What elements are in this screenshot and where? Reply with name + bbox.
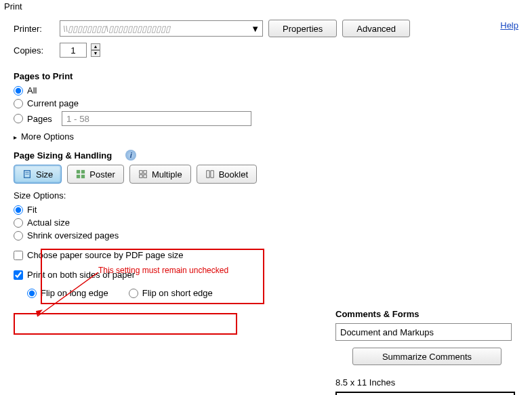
svg-rect-5 bbox=[140, 171, 142, 173]
comments-value: Document and Markups bbox=[340, 327, 434, 337]
poster-icon bbox=[76, 169, 85, 179]
flip-short-label: Flip on short edge bbox=[142, 288, 213, 298]
properties-button[interactable]: Properties bbox=[268, 20, 337, 37]
tab-poster[interactable]: Poster bbox=[67, 165, 124, 184]
both-sides-checkbox[interactable] bbox=[14, 270, 23, 280]
svg-rect-8 bbox=[144, 175, 146, 178]
svg-rect-7 bbox=[140, 175, 142, 178]
copies-label: Copies: bbox=[14, 45, 54, 56]
pages-range-radio[interactable] bbox=[14, 114, 23, 123]
chevron-down-icon: ▼ bbox=[251, 24, 260, 34]
flip-long-radio[interactable] bbox=[27, 289, 37, 298]
preview-size-label: 8.5 x 11 Inches bbox=[335, 377, 518, 388]
tab-booklet[interactable]: Booklet bbox=[197, 165, 257, 184]
tab-size[interactable]: Size bbox=[14, 165, 62, 184]
flip-long-label: Flip on long edge bbox=[41, 288, 108, 298]
printer-value: \\▯▯▯▯▯▯▯▯\▯▯▯▯▯▯▯▯▯▯▯▯▯ bbox=[63, 24, 170, 34]
spinner-up-icon[interactable]: ▲ bbox=[91, 43, 100, 50]
tab-multiple[interactable]: Multiple bbox=[129, 165, 191, 184]
printer-label: Printer: bbox=[14, 24, 54, 34]
spinner-down-icon[interactable]: ▼ bbox=[91, 50, 100, 57]
advanced-button[interactable]: Advanced bbox=[342, 20, 410, 37]
svg-rect-3 bbox=[77, 175, 80, 178]
pages-to-print-title: Pages to Print bbox=[14, 71, 346, 81]
preview-pane bbox=[335, 392, 515, 395]
svg-rect-1 bbox=[77, 170, 80, 173]
help-link[interactable]: Help bbox=[500, 20, 518, 30]
pages-all-label: All bbox=[27, 85, 37, 96]
printer-dropdown[interactable]: \\▯▯▯▯▯▯▯▯\▯▯▯▯▯▯▯▯▯▯▯▯▯ ▼ bbox=[60, 20, 263, 37]
multiple-icon bbox=[138, 169, 148, 179]
pages-current-label: Current page bbox=[27, 98, 79, 108]
size-icon bbox=[22, 169, 32, 179]
size-fit-radio[interactable] bbox=[14, 205, 23, 215]
size-actual-radio[interactable] bbox=[14, 218, 23, 228]
window-title: Print bbox=[0, 0, 532, 13]
pages-range-label: Pages bbox=[27, 114, 52, 124]
choose-paper-label: Choose paper source by PDF page size bbox=[27, 250, 184, 260]
size-shrink-radio[interactable] bbox=[14, 231, 23, 241]
size-options-label: Size Options: bbox=[14, 190, 346, 201]
booklet-icon bbox=[205, 169, 215, 179]
pages-all-radio[interactable] bbox=[14, 86, 23, 96]
info-icon[interactable]: i bbox=[125, 150, 136, 161]
svg-rect-4 bbox=[81, 175, 85, 178]
sizing-title: Page Sizing & Handling bbox=[14, 150, 112, 161]
comments-dropdown[interactable]: Document and Markups bbox=[335, 323, 512, 341]
svg-rect-6 bbox=[144, 171, 146, 173]
comments-title: Comments & Forms bbox=[335, 309, 518, 319]
flip-short-radio[interactable] bbox=[129, 289, 138, 298]
copies-input[interactable] bbox=[60, 43, 87, 58]
pages-range-input[interactable] bbox=[62, 111, 251, 126]
choose-paper-checkbox[interactable] bbox=[14, 251, 23, 260]
more-options-toggle[interactable]: More Options bbox=[14, 131, 346, 142]
size-fit-label: Fit bbox=[27, 205, 37, 215]
svg-rect-2 bbox=[81, 170, 85, 173]
both-sides-label: Print on both sides of paper bbox=[27, 270, 135, 280]
summarize-comments-button[interactable]: Summarize Comments bbox=[352, 348, 502, 365]
pages-current-radio[interactable] bbox=[14, 99, 23, 108]
size-actual-label: Actual size bbox=[27, 217, 70, 228]
size-shrink-label: Shrink oversized pages bbox=[27, 230, 119, 241]
